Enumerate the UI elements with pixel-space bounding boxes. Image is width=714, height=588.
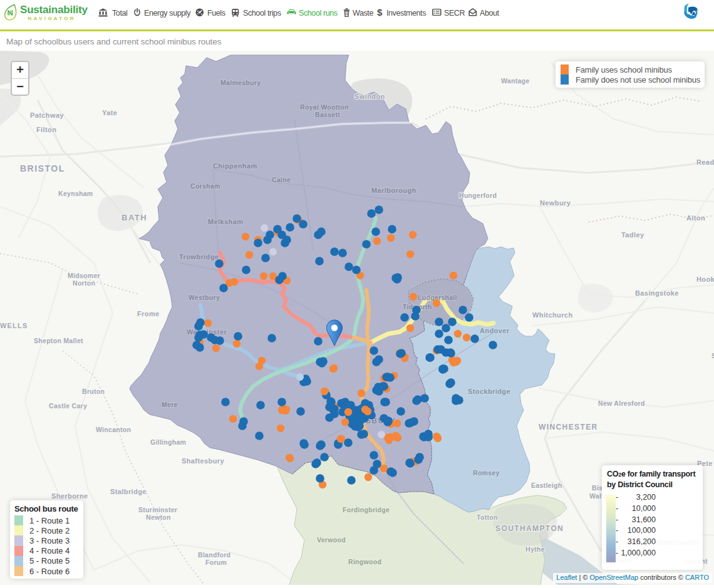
svg-text:Readi: Readi bbox=[696, 158, 714, 166]
svg-text:SOUTHAMPTON: SOUTHAMPTON bbox=[495, 524, 564, 533]
svg-text:Melksham: Melksham bbox=[208, 218, 243, 225]
svg-text:Tadley: Tadley bbox=[621, 231, 644, 239]
svg-text:Marlborough: Marlborough bbox=[371, 187, 416, 194]
svg-text:Gillingham: Gillingham bbox=[150, 438, 186, 446]
svg-text:Basingstoke: Basingstoke bbox=[635, 289, 679, 297]
svg-text:Alton: Alton bbox=[686, 214, 705, 222]
svg-text:Swindon: Swindon bbox=[354, 93, 385, 100]
svg-text:S: S bbox=[711, 352, 714, 359]
svg-text:Corsham: Corsham bbox=[190, 182, 220, 190]
svg-text:Blandford: Blandford bbox=[198, 551, 230, 559]
svg-text:Keynsham: Keynsham bbox=[58, 190, 93, 197]
svg-text:Stalbridge: Stalbridge bbox=[110, 488, 147, 495]
svg-text:Frome: Frome bbox=[137, 310, 160, 317]
svg-text:Andover: Andover bbox=[480, 327, 510, 334]
svg-text:Eastleigh: Eastleigh bbox=[531, 482, 562, 489]
svg-text:Sherborne: Sherborne bbox=[51, 492, 88, 500]
svg-text:Whitchurch: Whitchurch bbox=[532, 311, 573, 319]
svg-text:BATH: BATH bbox=[122, 213, 147, 222]
svg-text:WELLS: WELLS bbox=[0, 322, 28, 329]
svg-text:Verwood: Verwood bbox=[317, 536, 346, 544]
svg-text:Bruton: Bruton bbox=[82, 388, 105, 395]
svg-text:Stockbridge: Stockbridge bbox=[468, 388, 510, 395]
svg-text:Totton: Totton bbox=[477, 513, 498, 521]
svg-text:Westbury: Westbury bbox=[189, 294, 220, 301]
svg-text:Ringwood: Ringwood bbox=[348, 558, 381, 565]
svg-text:Filton: Filton bbox=[36, 126, 56, 133]
svg-text:New Alresford: New Alresford bbox=[598, 400, 645, 407]
svg-text:Forum: Forum bbox=[205, 559, 227, 566]
svg-text:Wantage: Wantage bbox=[501, 77, 529, 85]
svg-text:Patchway: Patchway bbox=[30, 111, 64, 119]
svg-text:Castle Cary: Castle Cary bbox=[49, 402, 87, 410]
svg-text:Malmesbury: Malmesbury bbox=[220, 79, 261, 86]
svg-text:Newbury: Newbury bbox=[540, 199, 571, 207]
svg-text:Trowbridge: Trowbridge bbox=[179, 253, 219, 260]
svg-text:Calne: Calne bbox=[272, 176, 291, 183]
svg-text:Yate: Yate bbox=[102, 109, 117, 116]
svg-text:Hythe: Hythe bbox=[525, 545, 545, 553]
svg-text:Norton: Norton bbox=[73, 279, 95, 287]
svg-text:Hook: Hook bbox=[696, 276, 714, 283]
svg-text:Sturminster: Sturminster bbox=[138, 506, 177, 513]
svg-text:Royal Wootton: Royal Wootton bbox=[300, 103, 349, 111]
svg-text:Shepton Mallet: Shepton Mallet bbox=[34, 337, 83, 344]
svg-text:Shaftesbury: Shaftesbury bbox=[182, 457, 224, 465]
svg-text:Bassett: Bassett bbox=[315, 111, 340, 118]
svg-text:Mere: Mere bbox=[162, 401, 178, 408]
svg-text:Fordingbridge: Fordingbridge bbox=[343, 506, 390, 513]
svg-text:Wincanton: Wincanton bbox=[96, 426, 131, 433]
svg-text:Chippenham: Chippenham bbox=[213, 162, 257, 170]
svg-text:Newton: Newton bbox=[146, 513, 171, 521]
svg-text:BRISTOL: BRISTOL bbox=[20, 163, 65, 173]
svg-text:WINCHESTER: WINCHESTER bbox=[539, 423, 598, 431]
svg-text:Romsey: Romsey bbox=[473, 469, 500, 477]
svg-text:Midsomer: Midsomer bbox=[68, 272, 100, 279]
svg-text:Hungerford: Hungerford bbox=[459, 192, 497, 199]
